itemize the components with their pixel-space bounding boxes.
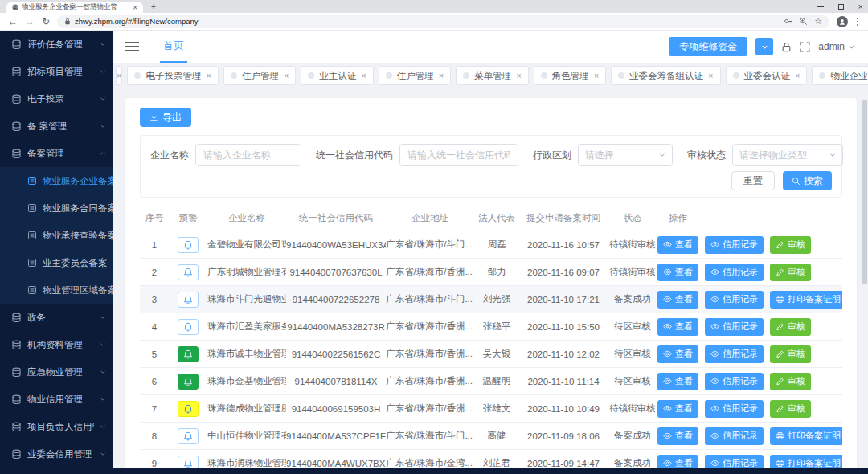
warning-bell-button[interactable] — [178, 319, 199, 335]
page-tab[interactable]: 业委会筹备组认证× — [611, 66, 720, 85]
address-bar[interactable]: zhwy.zhpm.org/#/filingNew/company ☆ — [57, 15, 829, 28]
page-tab-partial[interactable]: × — [116, 66, 122, 85]
warning-bell-button[interactable] — [178, 428, 199, 444]
window-maximize-icon[interactable] — [838, 4, 844, 10]
tab-close-icon[interactable]: × — [516, 71, 521, 80]
credit-button[interactable]: 信用记录 — [705, 400, 764, 418]
view-button[interactable]: 查看 — [657, 373, 698, 390]
sidebar-item[interactable]: 项目负责人信用管理 — [0, 413, 113, 440]
sidebar-item[interactable]: 应急物业管理 — [0, 358, 113, 386]
warning-bell-button[interactable] — [178, 264, 199, 280]
lock-icon[interactable] — [781, 42, 792, 52]
page-tab[interactable]: 电子投票管理× — [127, 66, 218, 85]
sidebar-subitem[interactable]: 物业服务企业备案 — [0, 167, 113, 194]
table-row[interactable]: 8中山恒佳物业管理有...91440400MA537CPF1F广东省/珠海市/斗… — [140, 423, 842, 450]
page-tab[interactable]: 业主认证× — [301, 66, 373, 85]
warning-bell-button[interactable] — [178, 374, 199, 390]
sidebar-item[interactable]: 政务 — [0, 304, 113, 331]
filter-input[interactable] — [195, 144, 301, 166]
print-button[interactable]: 打印备案证明 — [770, 427, 842, 445]
fund-dropdown-button[interactable] — [755, 38, 773, 55]
reset-button[interactable]: 重置 — [731, 171, 775, 190]
view-button[interactable]: 查看 — [657, 236, 698, 254]
tab-close-icon[interactable]: × — [361, 71, 366, 80]
view-button[interactable]: 查看 — [657, 427, 698, 445]
search-button[interactable]: 搜索 — [783, 171, 832, 190]
zoom-icon[interactable] — [799, 17, 808, 26]
home-tab[interactable]: 首页 — [160, 31, 187, 63]
audit-button[interactable]: 审核 — [770, 264, 811, 281]
sidebar-item[interactable]: 评价任务管理 — [0, 31, 113, 58]
credit-button[interactable]: 信用记录 — [705, 264, 764, 281]
sidebar-item[interactable]: 备案管理 — [0, 140, 113, 167]
print-button[interactable]: 打印备案证明 — [770, 291, 842, 309]
sidebar-subitem[interactable]: 物业管理区域备案 — [0, 276, 113, 304]
view-button[interactable]: 查看 — [657, 400, 698, 418]
sidebar-item[interactable]: 备 案管理 — [0, 112, 113, 140]
page-tab[interactable]: 业委会认证× — [726, 66, 808, 85]
back-button[interactable]: ← — [8, 16, 18, 27]
page-tab[interactable]: 住户管理× — [379, 66, 451, 85]
window-minimize-icon[interactable] — [817, 6, 824, 7]
warning-bell-button[interactable] — [178, 292, 199, 308]
profile-avatar[interactable] — [837, 16, 848, 27]
tab-close-icon[interactable]: × — [117, 71, 121, 80]
tab-close-icon[interactable]: × — [708, 71, 713, 80]
view-button[interactable]: 查看 — [657, 291, 698, 309]
sidebar-item[interactable]: 电子投票 — [0, 85, 113, 112]
filter-select[interactable]: 请选择物业类型 — [732, 144, 843, 166]
table-row[interactable]: 6珠海市金基物业管理...914404007818114X广东省/珠海市/香洲.… — [140, 368, 842, 395]
credit-button[interactable]: 信用记录 — [705, 373, 764, 390]
tab-close-icon[interactable]: × — [795, 71, 800, 80]
audit-button[interactable]: 审核 — [770, 236, 811, 254]
special-maintenance-fund-button[interactable]: 专项维修资金 — [669, 37, 747, 56]
table-row[interactable]: 7珠海德成物业管理服...9144040069159503H广东省/珠海市/香洲… — [140, 395, 842, 423]
audit-button[interactable]: 审核 — [770, 373, 811, 390]
table-row[interactable]: 1金碧物业有限公司珠...91440400WA53EHUX3A广东省/珠海市/斗… — [140, 231, 842, 259]
sidebar-subitem[interactable]: 物业承接查验备案 — [0, 222, 113, 249]
tab-close-icon[interactable]: × — [439, 71, 444, 80]
sidebar-item[interactable]: 业委会信用管理 — [0, 440, 113, 468]
browser-menu-icon[interactable] — [855, 18, 860, 26]
table-row[interactable]: 2广东明城物业管理有...91440400707637630L广东省/珠海市/香… — [140, 259, 842, 286]
sidebar-item[interactable]: 机构资料管理 — [0, 331, 113, 358]
table-row[interactable]: 5珠海市诚丰物业管理...9144040022561562C广东省/珠海市/香洲… — [140, 341, 842, 368]
sidebar-item[interactable]: 招标项目管理 — [0, 58, 113, 85]
page-scrollbar[interactable] — [862, 100, 867, 284]
page-tab[interactable]: 角色管理× — [534, 66, 606, 85]
page-tab[interactable]: 物业企业认证× — [812, 66, 868, 85]
fullscreen-icon[interactable] — [800, 42, 810, 52]
view-button[interactable]: 查看 — [657, 264, 698, 281]
hamburger-menu-icon[interactable] — [125, 42, 139, 51]
credit-button[interactable]: 信用记录 — [705, 345, 764, 363]
audit-button[interactable]: 审核 — [770, 318, 811, 336]
sidebar-subitem[interactable]: 业主委员会备案 — [0, 249, 113, 276]
tab-close-icon[interactable]: × — [594, 71, 599, 80]
refresh-button[interactable]: ↻ — [42, 16, 50, 27]
warning-bell-button[interactable] — [178, 401, 199, 417]
page-tab[interactable]: 菜单管理× — [456, 66, 528, 85]
view-button[interactable]: 查看 — [657, 318, 698, 336]
page-tab[interactable]: 住户管理× — [223, 66, 296, 85]
user-menu[interactable]: admin — [818, 41, 855, 52]
sidebar-subitem[interactable]: 物业服务合同备案 — [0, 194, 113, 222]
export-button[interactable]: 导出 — [140, 108, 191, 127]
table-row[interactable]: 4珠海市汇盈美家服务...91440400MA5328273R广东省/珠海市/香… — [140, 313, 842, 341]
browser-tab[interactable]: 物业服务企业备案—智慧物业管 × — [6, 2, 143, 13]
password-key-icon[interactable] — [784, 17, 792, 26]
view-button[interactable]: 查看 — [657, 345, 698, 363]
credit-button[interactable]: 信用记录 — [705, 291, 764, 309]
new-tab-button[interactable]: + — [151, 2, 156, 11]
sidebar-item[interactable]: 物业信用管理 — [0, 386, 113, 413]
audit-button[interactable]: 审核 — [770, 400, 811, 418]
tab-close-icon[interactable]: × — [284, 71, 289, 80]
filter-select[interactable]: 请选择 — [578, 144, 673, 166]
filter-input[interactable] — [399, 144, 518, 166]
warning-bell-button[interactable] — [178, 237, 199, 253]
tab-close-icon[interactable]: × — [206, 71, 211, 80]
credit-button[interactable]: 信用记录 — [705, 318, 764, 336]
table-row[interactable]: 3珠海市斗门光通物业...91440400722652278广东省/珠海市/斗门… — [140, 286, 842, 313]
window-close-icon[interactable]: × — [858, 2, 863, 11]
audit-button[interactable]: 审核 — [770, 345, 811, 363]
warning-bell-button[interactable] — [178, 346, 199, 362]
